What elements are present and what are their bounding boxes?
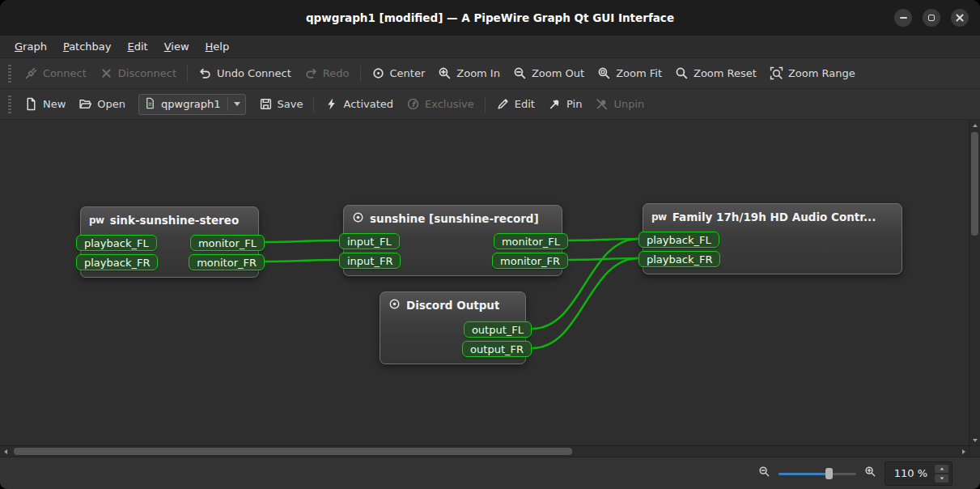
zoom-in-button[interactable]: Zoom In	[431, 62, 507, 84]
port-monitor-fr[interactable]: monitor_FR	[189, 254, 265, 270]
center-icon	[371, 66, 385, 80]
save-icon	[259, 97, 273, 111]
connection-wire[interactable]	[265, 260, 338, 262]
window-title: qpwgraph1 [modified] — A PipeWire Graph …	[0, 11, 980, 24]
node-family-hd-audio[interactable]: pw Family 17h/19h HD Audio Contr... play…	[643, 203, 902, 274]
patchbay-combo[interactable]: qpwgraph1	[138, 94, 245, 115]
port-list: playback_FL playback_FR	[643, 230, 902, 274]
zoom-in-icon	[438, 66, 452, 80]
toolbar-drag-handle[interactable]	[8, 96, 11, 113]
zoom-slider[interactable]	[778, 467, 856, 480]
scroll-up-arrow-icon[interactable]	[969, 120, 980, 130]
toolbar-separator	[485, 96, 486, 113]
center-button[interactable]: Center	[365, 62, 432, 84]
graph-view: pw sink-sunshine-stereo playback_FL moni…	[0, 120, 980, 457]
port-output-fl[interactable]: output_FL	[464, 321, 532, 338]
node-header[interactable]: pw sink-sunshine-stereo	[81, 207, 258, 233]
toolbar-separator	[313, 96, 314, 113]
zoom-range-button[interactable]: Zoom Range	[763, 62, 862, 84]
horizontal-scroll-thumb[interactable]	[14, 448, 572, 455]
minimize-button[interactable]	[894, 9, 912, 27]
open-button[interactable]: Open	[72, 93, 132, 115]
new-button[interactable]: New	[18, 93, 72, 115]
port-output-fr[interactable]: output_FR	[462, 341, 532, 357]
node-title: Family 17h/19h HD Audio Contr...	[672, 210, 876, 223]
menu-edit[interactable]: Edit	[120, 36, 156, 57]
graph-canvas[interactable]: pw sink-sunshine-stereo playback_FL moni…	[0, 120, 969, 445]
menu-patchbay[interactable]: Patchbay	[55, 36, 120, 57]
statusbar: 110 %	[0, 457, 980, 489]
port-input-fr[interactable]: input_FR	[339, 253, 401, 269]
activated-button[interactable]: Activated	[318, 93, 400, 115]
scroll-right-arrow-icon[interactable]	[958, 446, 969, 457]
zoom-reset-icon	[675, 66, 689, 80]
redo-button[interactable]: Redo	[298, 62, 356, 84]
port-monitor-fl[interactable]: monitor_FL	[494, 233, 568, 249]
pipewire-icon: pw	[651, 211, 667, 223]
new-file-icon	[24, 97, 38, 111]
node-header[interactable]: sunshine [sunshine-record]	[344, 206, 562, 232]
zoom-out-mini-icon[interactable]	[758, 466, 770, 481]
combo-dropdown-arrow-icon[interactable]	[227, 98, 240, 111]
vertical-scroll-thumb[interactable]	[971, 132, 978, 236]
menu-view[interactable]: View	[156, 36, 197, 57]
window-controls	[894, 9, 980, 27]
node-discord-output[interactable]: Discord Output output_FL output_FR	[380, 291, 526, 364]
titlebar[interactable]: qpwgraph1 [modified] — A PipeWire Graph …	[0, 0, 980, 36]
zoom-out-button[interactable]: Zoom Out	[507, 62, 591, 84]
zoom-fit-button[interactable]: Zoom Fit	[591, 62, 668, 84]
port-playback-fr[interactable]: playback_FR	[76, 254, 158, 270]
exclusive-icon: f	[406, 97, 420, 111]
exclusive-button[interactable]: f Exclusive	[400, 93, 481, 115]
port-monitor-fl[interactable]: monitor_FL	[190, 235, 265, 251]
minimize-icon	[900, 17, 907, 19]
menu-graph[interactable]: Graph	[6, 36, 55, 57]
port-monitor-fr[interactable]: monitor_FR	[492, 253, 568, 269]
zoom-value: 110 %	[894, 467, 927, 479]
port-list: playback_FL monitor_FL playback_FR monit…	[81, 233, 258, 277]
node-sunshine[interactable]: sunshine [sunshine-record] input_FL moni…	[343, 205, 562, 276]
zoom-reset-button[interactable]: Zoom Reset	[668, 62, 763, 84]
pin-icon	[548, 97, 562, 111]
port-playback-fl[interactable]: playback_FL	[638, 232, 719, 248]
connection-wires	[0, 120, 969, 445]
patchbay-file-icon	[144, 97, 156, 112]
port-playback-fl[interactable]: playback_FL	[76, 235, 157, 251]
node-header[interactable]: pw Family 17h/19h HD Audio Contr...	[643, 204, 902, 230]
disconnect-button[interactable]: Disconnect	[93, 62, 183, 84]
edit-button[interactable]: Edit	[490, 93, 541, 115]
node-header[interactable]: Discord Output	[380, 292, 525, 318]
zoom-slider-handle[interactable]	[825, 468, 833, 479]
maximize-icon	[928, 15, 935, 21]
undo-connect-button[interactable]: Undo Connect	[192, 62, 298, 84]
save-button[interactable]: Save	[252, 93, 310, 115]
node-title: Discord Output	[406, 299, 499, 312]
zoom-spinbox[interactable]: 110 %	[885, 461, 952, 486]
zoom-spin-down-button[interactable]	[935, 474, 948, 483]
scroll-left-arrow-icon[interactable]	[0, 446, 11, 457]
patchbay-toolbar: New Open qpwgraph1 Save Activated f Excl…	[0, 89, 980, 120]
scroll-down-arrow-icon[interactable]	[969, 435, 980, 445]
pipewire-icon: pw	[89, 215, 104, 226]
connection-wire[interactable]	[265, 240, 338, 242]
port-playback-fr[interactable]: playback_FR	[638, 251, 720, 267]
zoom-spin-up-button[interactable]	[935, 465, 948, 473]
port-input-fl[interactable]: input_FL	[339, 233, 400, 249]
horizontal-scrollbar[interactable]	[0, 445, 969, 457]
menubar: Graph Patchbay Edit View Help	[0, 36, 980, 58]
scrollbar-corner	[969, 445, 980, 457]
node-sink-sunshine-stereo[interactable]: pw sink-sunshine-stereo playback_FL moni…	[80, 206, 259, 278]
zoom-out-icon	[513, 66, 527, 80]
zoom-range-icon	[770, 66, 783, 80]
toolbar-drag-handle[interactable]	[8, 65, 11, 83]
connect-button[interactable]: Connect	[18, 62, 93, 84]
patchbay-combo-value: qpwgraph1	[161, 98, 220, 110]
pin-button[interactable]: Pin	[541, 93, 588, 115]
maximize-button[interactable]	[923, 9, 940, 27]
vertical-scrollbar[interactable]	[969, 120, 980, 445]
graph-toolbar: Connect Disconnect Undo Connect Redo Cen…	[0, 58, 980, 89]
unpin-button[interactable]: Unpin	[588, 93, 651, 115]
close-button[interactable]	[951, 9, 969, 27]
zoom-in-mini-icon[interactable]	[864, 466, 876, 481]
menu-help[interactable]: Help	[197, 36, 238, 57]
